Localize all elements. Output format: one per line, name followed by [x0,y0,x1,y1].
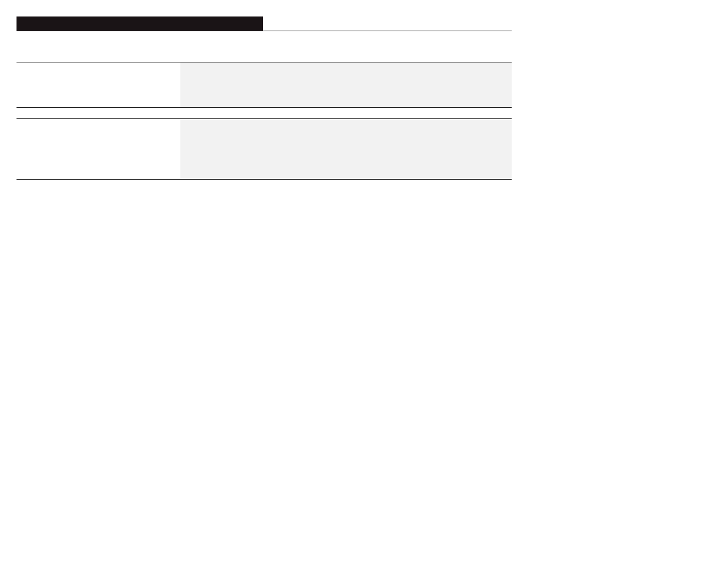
table-row [17,62,512,108]
header-row [17,16,512,31]
table-row-gap [17,108,512,118]
header-spacer [17,31,512,62]
table-row [17,118,512,180]
row-label-cell [17,62,180,107]
row-value-cell [180,62,512,107]
layout-container [17,16,512,180]
header-left-block [17,16,263,31]
row-label-cell [17,119,180,179]
table [17,62,512,180]
row-value-cell [180,119,512,179]
header-right-block [263,16,512,31]
